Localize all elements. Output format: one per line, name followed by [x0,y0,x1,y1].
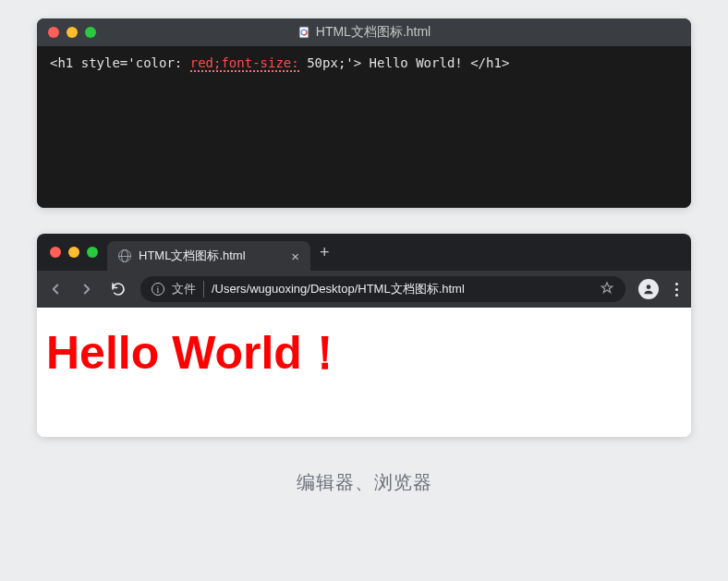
code-segment: <h1 style='color: [50,55,190,70]
close-window-button[interactable] [48,27,59,38]
new-tab-button[interactable]: + [320,243,330,262]
editor-filename: HTML文档图标.html [316,24,431,41]
dot-icon [675,294,678,297]
close-tab-icon[interactable]: × [291,248,299,264]
info-icon[interactable]: i [152,283,164,296]
address-path: /Users/wuguoxing/Desktop/HTML文档图标.html [212,281,465,297]
editor-titlebar: HTML文档图标.html [37,18,691,46]
maximize-window-button[interactable] [87,247,98,258]
menu-button[interactable] [672,283,682,297]
rendered-heading: Hello World！ [46,322,682,384]
arrow-right-icon [79,281,95,297]
arrow-left-icon [47,281,64,297]
dot-icon [675,288,678,291]
close-window-button[interactable] [50,247,61,258]
browser-viewport: Hello World！ [37,308,691,437]
window-controls [48,27,96,38]
browser-window: HTML文档图标.html × + i 文件 /Users/wuguoxing/… [37,234,691,437]
dot-icon [675,283,678,285]
code-segment: 50px;'> Hello World! </h1> [299,55,510,70]
minimize-window-button[interactable] [67,27,78,38]
bookmark-star-icon[interactable] [600,281,614,298]
figure-caption: 编辑器、浏览器 [37,470,691,495]
forward-button[interactable] [78,280,96,298]
reload-button[interactable] [109,280,127,298]
html-file-icon [297,26,310,39]
address-scheme: 文件 [172,281,204,297]
editor-code-area[interactable]: <h1 style='color: red;font-size: 50px;'>… [37,46,691,208]
svg-point-4 [647,284,651,289]
reload-icon [110,281,127,297]
back-button[interactable] [46,280,65,298]
editor-window: HTML文档图标.html <h1 style='color: red;font… [37,18,691,208]
code-segment-highlight: red;font-size: [190,55,299,72]
profile-avatar-icon[interactable] [638,279,659,299]
window-controls [50,247,98,258]
browser-tabbar: HTML文档图标.html × + [37,234,691,271]
tab-title: HTML文档图标.html [139,248,246,264]
maximize-window-button[interactable] [85,27,96,38]
browser-tab[interactable]: HTML文档图标.html × [107,241,310,271]
globe-icon [118,249,131,262]
editor-title: HTML文档图标.html [297,24,431,41]
address-bar[interactable]: i 文件 /Users/wuguoxing/Desktop/HTML文档图标.h… [140,276,625,302]
browser-toolbar: i 文件 /Users/wuguoxing/Desktop/HTML文档图标.h… [37,271,691,308]
minimize-window-button[interactable] [68,247,79,258]
